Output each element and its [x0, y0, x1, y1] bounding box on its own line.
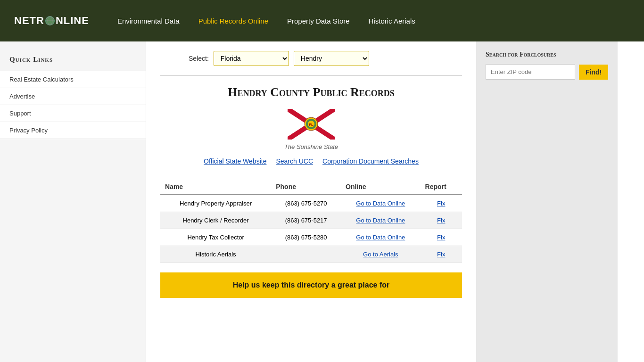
- logo-text-2: NLINE: [56, 15, 89, 27]
- cell-report: Fix: [421, 195, 462, 212]
- zip-input[interactable]: [486, 64, 575, 80]
- find-button[interactable]: Find!: [579, 65, 608, 80]
- table-header-row: Name Phone Online Report: [160, 179, 462, 195]
- table-row: Historic AerialsGo to AerialsFix: [160, 246, 462, 263]
- foreclosure-form: Find!: [486, 64, 608, 80]
- cell-online: Go to Data Online: [341, 212, 420, 229]
- cell-phone: (863) 675-5280: [271, 229, 341, 246]
- globe-icon: [45, 16, 55, 25]
- col-report: Report: [421, 179, 462, 195]
- yellow-banner: Help us keep this directory a great plac…: [160, 272, 462, 298]
- cell-report: Fix: [421, 229, 462, 246]
- online-link[interactable]: Go to Aerials: [363, 251, 398, 258]
- site-header: NETR NLINE Environmental Data Public Rec…: [0, 0, 644, 41]
- table-row: Hendry Property Appraiser(863) 675-5270G…: [160, 195, 462, 212]
- official-state-website-link[interactable]: Official State Website: [204, 157, 266, 165]
- flag-container: FL The Sunshine State: [160, 109, 462, 150]
- nav-property-data[interactable]: Property Data Store: [287, 17, 350, 25]
- online-link[interactable]: Go to Data Online: [356, 200, 405, 207]
- cell-phone: [271, 246, 341, 263]
- search-ucc-link[interactable]: Search UCC: [276, 157, 313, 165]
- state-select[interactable]: Florida: [214, 51, 289, 66]
- col-online: Online: [341, 179, 420, 195]
- corporation-doc-searches-link[interactable]: Corporation Document Searches: [322, 157, 419, 165]
- cell-name: Historic Aerials: [160, 246, 271, 263]
- col-phone: Phone: [271, 179, 341, 195]
- cell-name: Hendry Tax Collector: [160, 229, 271, 246]
- cell-online: Go to Data Online: [341, 229, 420, 246]
- select-label: Select:: [189, 55, 209, 62]
- cell-name: Hendry Property Appraiser: [160, 195, 271, 212]
- select-row: Select: Florida Hendry: [160, 51, 462, 66]
- nav-historic-aerials[interactable]: Historic Aerials: [369, 17, 415, 25]
- site-logo[interactable]: NETR NLINE: [14, 15, 89, 27]
- cell-online: Go to Data Online: [341, 195, 420, 212]
- florida-flag: FL: [288, 109, 335, 140]
- report-link[interactable]: Fix: [437, 234, 445, 241]
- right-sidebar: Search for Forclosures Find!: [476, 41, 618, 362]
- cell-report: Fix: [421, 212, 462, 229]
- report-link[interactable]: Fix: [437, 200, 445, 207]
- cell-report: Fix: [421, 246, 462, 263]
- left-sidebar: Quick Links Real Estate Calculators Adve…: [0, 41, 146, 362]
- report-link[interactable]: Fix: [437, 251, 445, 258]
- main-content: Select: Florida Hendry Hendry County Pub…: [146, 41, 476, 362]
- flag-caption: The Sunshine State: [284, 143, 338, 150]
- sidebar-item-support[interactable]: Support: [0, 105, 146, 122]
- county-title: Hendry County Public Records: [160, 85, 462, 99]
- sidebar-item-real-estate[interactable]: Real Estate Calculators: [0, 71, 146, 88]
- main-nav: Environmental Data Public Records Online…: [117, 17, 415, 25]
- online-link[interactable]: Go to Data Online: [356, 234, 405, 241]
- table-row: Hendry Clerk / Recorder(863) 675-5217Go …: [160, 212, 462, 229]
- cell-phone: (863) 675-5270: [271, 195, 341, 212]
- county-select[interactable]: Hendry: [294, 51, 369, 66]
- nav-env-data[interactable]: Environmental Data: [117, 17, 180, 25]
- cell-name: Hendry Clerk / Recorder: [160, 212, 271, 229]
- main-wrapper: Quick Links Real Estate Calculators Adve…: [0, 41, 644, 362]
- cell-online: Go to Aerials: [341, 246, 420, 263]
- cell-phone: (863) 675-5217: [271, 212, 341, 229]
- sidebar-item-privacy[interactable]: Privacy Policy: [0, 122, 146, 139]
- foreclosure-title: Search for Forclosures: [486, 51, 608, 58]
- county-section: Hendry County Public Records FL The Suns…: [160, 75, 462, 298]
- nav-public-records[interactable]: Public Records Online: [198, 17, 268, 25]
- records-table: Name Phone Online Report Hendry Property…: [160, 179, 462, 263]
- sidebar-item-advertise[interactable]: Advertise: [0, 88, 146, 105]
- logo-text: NETR: [14, 15, 44, 27]
- links-row: Official State Website Search UCC Corpor…: [160, 157, 462, 165]
- quick-links-title: Quick Links: [0, 51, 146, 71]
- svg-text:FL: FL: [309, 123, 314, 127]
- col-name: Name: [160, 179, 271, 195]
- table-row: Hendry Tax Collector(863) 675-5280Go to …: [160, 229, 462, 246]
- report-link[interactable]: Fix: [437, 217, 445, 224]
- online-link[interactable]: Go to Data Online: [356, 217, 405, 224]
